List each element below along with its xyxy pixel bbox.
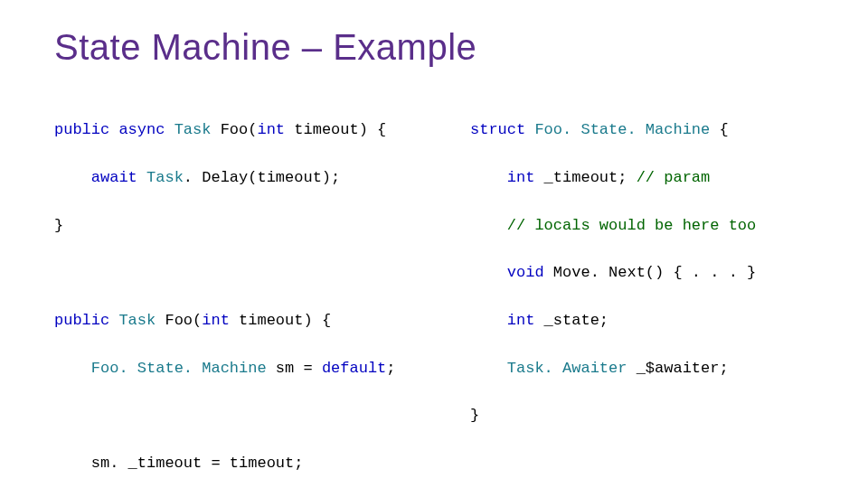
code-line: public async Task Foo(int timeout) { [54, 118, 434, 142]
keyword: int [202, 312, 230, 329]
code-line: struct Foo. State. Machine { [470, 118, 814, 142]
keyword: async [118, 121, 165, 138]
code-line: void Move. Next() { . . . } [470, 261, 814, 285]
code-line: sm. _timeout = timeout; [54, 452, 434, 475]
content-columns: public async Task Foo(int timeout) { awa… [54, 95, 814, 488]
blank-line [54, 261, 434, 285]
keyword: int [257, 121, 285, 138]
keyword: public [54, 312, 109, 329]
type: Task. Awaiter [507, 360, 627, 377]
keyword: int [507, 312, 535, 329]
type: Foo. State. Machine [91, 360, 267, 377]
slide: State Machine – Example public async Tas… [0, 0, 868, 488]
code-line: public Task Foo(int timeout) { [54, 309, 434, 333]
type: Task [175, 121, 212, 138]
blank-line [54, 404, 434, 427]
keyword: struct [470, 121, 525, 138]
code-line: Foo. State. Machine sm = default; [54, 357, 434, 380]
comment: // param [637, 169, 711, 186]
code-right: struct Foo. State. Machine { int _timeou… [470, 95, 814, 488]
code-line: await Task. Delay(timeout); [54, 166, 434, 190]
type: Foo. State. Machine [534, 121, 710, 138]
code-line: int _timeout; // param [470, 166, 814, 190]
code-line: Task. Awaiter _$awaiter; [470, 357, 814, 380]
type: Task [146, 169, 184, 186]
keyword: public [54, 121, 109, 138]
code-line: } [54, 214, 434, 238]
keyword: default [322, 360, 386, 377]
keyword: int [507, 169, 535, 186]
code-line: // locals would be here too [470, 214, 814, 238]
code-line: } [470, 404, 814, 427]
keyword: void [507, 264, 544, 281]
code-left: public async Task Foo(int timeout) { awa… [54, 95, 434, 488]
keyword: await [91, 169, 137, 186]
code-line: int _state; [470, 309, 814, 333]
slide-title: State Machine – Example [54, 27, 814, 68]
type: Task [118, 312, 156, 329]
comment: // locals would be here too [507, 217, 756, 234]
